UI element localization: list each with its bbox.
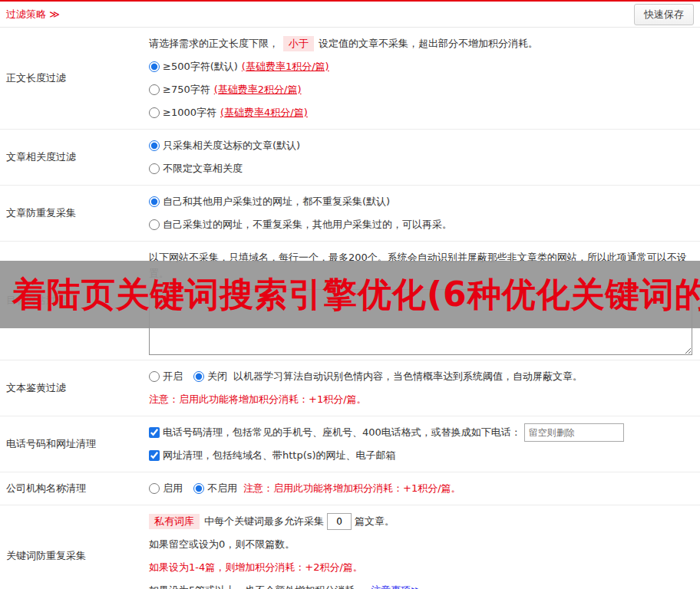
intro-post: 设定值的文章不采集，超出部分不增加积分消耗。	[319, 37, 538, 51]
porn-filter-label: 文本鉴黄过滤	[0, 360, 149, 416]
page-title: 过滤策略 ≫	[6, 8, 60, 21]
relevance-option-any: 不限定文章相关度	[149, 157, 692, 180]
porn-filter-content: 开启 关闭 以机器学习算法自动识别色情内容，当色情概率达到系统阈值，自动屏蔽文章…	[149, 360, 700, 416]
dedup-option-self: 自己采集过的网址，不重复采集，其他用户采集过的，可以再采。	[149, 213, 692, 236]
notice-link[interactable]: 注意事项≫	[371, 584, 421, 589]
relevance-option-any-label: 不限定文章相关度	[163, 162, 243, 176]
phone-url-cleanup-content: 电话号码清理，包括常见的手机号、座机号、400电话格式，或替换成如下电话： 网址…	[149, 416, 700, 472]
keyword-limit-note-five: 如果设为5篇或以上，也不会额外增加积分消耗。 注意事项≫	[149, 579, 692, 589]
keyword-limit-setting: 私有词库 中每个关键词最多允许采集 篇文章。	[149, 510, 692, 533]
url-cleanup-text: 网址清理，包括纯域名、带http(s)的网址、电子邮箱	[163, 449, 396, 462]
relevance-option-strict: 只采集相关度达标的文章(默认)	[149, 134, 692, 157]
dedup-option-all-label: 自己和其他用户采集过的网址，都不重复采集(默认)	[163, 195, 390, 209]
company-cleanup-options: 启用 不启用 注意：启用此功能将增加积分消耗：+1积分/篇。	[149, 477, 692, 500]
phone-cleanup-option: 电话号码清理，包括常见的手机号、座机号、400电话格式，或替换成如下电话：	[149, 421, 692, 444]
intro-highlight: 小于	[283, 36, 314, 51]
phone-cleanup-checkbox[interactable]	[149, 427, 160, 438]
keyword-limit-note-cost: 如果设为1-4篇，则增加积分消耗：+2积分/篇。	[149, 556, 692, 579]
length-option-1000: ≥1000字符 (基础费率4积分/篇)	[149, 101, 692, 124]
porn-off-label: 关闭	[207, 370, 227, 383]
relevance-option-strict-label: 只采集相关度达标的文章(默认)	[163, 139, 300, 153]
length-option-1000-label: ≥1000字符	[163, 106, 216, 120]
keyword-limit-label: 关键词防重复采集	[0, 505, 149, 589]
length-option-500-radio[interactable]	[149, 61, 160, 72]
company-cleanup-on-radio[interactable]	[149, 483, 160, 494]
filter-strategy-page: 过滤策略 ≫ 快速保存 正文长度过滤 请选择需求的正文长度下限， 小于 设定值的…	[0, 0, 700, 589]
phone-cleanup-text: 电话号码清理，包括常见的手机号、座机号、400电话格式，或替换成如下电话：	[163, 426, 521, 439]
company-cleanup-off-label: 不启用	[207, 482, 237, 495]
row-porn-filter: 文本鉴黄过滤 开启 关闭 以机器学习算法自动识别色情内容，当色情概率达到系统阈值…	[0, 360, 700, 416]
dedup-option-self-label: 自己采集过的网址，不重复采集，其他用户采集过的，可以再采。	[163, 218, 452, 232]
company-cleanup-content: 启用 不启用 注意：启用此功能将增加积分消耗：+1积分/篇。	[149, 472, 700, 505]
length-filter-intro: 请选择需求的正文长度下限， 小于 设定值的文章不采集，超出部分不增加积分消耗。	[149, 32, 692, 55]
phone-url-cleanup-label: 电话号码和网址清理	[0, 416, 149, 472]
company-cleanup-off-radio[interactable]	[193, 483, 204, 494]
porn-on-label: 开启	[163, 370, 183, 383]
dedup-option-self-radio[interactable]	[149, 219, 160, 230]
url-cleanup-option: 网址清理，包括纯域名、带http(s)的网址、电子邮箱	[149, 444, 692, 467]
row-company-cleanup: 公司机构名称清理 启用 不启用 注意：启用此功能将增加积分消耗：+1积分/篇。	[0, 472, 700, 505]
replacement-phone-input[interactable]	[524, 423, 624, 442]
length-option-750-fee-note: (基础费率2积分/篇)	[214, 83, 302, 97]
page-header: 过滤策略 ≫ 快速保存	[0, 2, 700, 28]
relevance-filter-content: 只采集相关度达标的文章(默认) 不限定文章相关度	[149, 130, 700, 185]
row-phone-url-cleanup: 电话号码和网址清理 电话号码清理，包括常见的手机号、座机号、400电话格式，或替…	[0, 416, 700, 472]
porn-filter-description: 以机器学习算法自动识别色情内容，当色情概率达到系统阈值，自动屏蔽文章。	[233, 370, 583, 383]
length-option-500-label: ≥500字符(默认)	[163, 60, 238, 74]
row-relevance-filter: 文章相关度过滤 只采集相关度达标的文章(默认) 不限定文章相关度	[0, 130, 700, 186]
keyword-limit-content: 私有词库 中每个关键词最多允许采集 篇文章。 如果留空或设为0，则不限篇数。 如…	[149, 505, 700, 589]
keyword-limit-mid-text: 中每个关键词最多允许采集	[204, 515, 324, 528]
keyword-limit-post-text: 篇文章。	[355, 515, 395, 528]
dedup-option-all: 自己和其他用户采集过的网址，都不重复采集(默认)	[149, 190, 692, 213]
watermark-text: 着陆页关键词搜索引擎优化(6种优化关键词的	[12, 272, 700, 318]
dedup-filter-label: 文章防重复采集	[0, 186, 149, 241]
length-option-750-radio[interactable]	[149, 84, 160, 95]
quick-save-button[interactable]: 快速保存	[634, 4, 694, 25]
porn-on-radio[interactable]	[149, 371, 160, 382]
watermark-overlay: 着陆页关键词搜索引擎优化(6种优化关键词的	[0, 261, 700, 328]
row-dedup-filter: 文章防重复采集 自己和其他用户采集过的网址，都不重复采集(默认) 自己采集过的网…	[0, 186, 700, 242]
company-cleanup-on-label: 启用	[163, 482, 183, 495]
keyword-limit-note-zero: 如果留空或设为0，则不限篇数。	[149, 533, 692, 556]
relevance-option-strict-radio[interactable]	[149, 140, 160, 151]
length-option-500: ≥500字符(默认) (基础费率1积分/篇)	[149, 55, 692, 78]
company-cleanup-cost-note: 注意：启用此功能将增加积分消耗：+1积分/篇。	[243, 482, 461, 495]
relevance-option-any-radio[interactable]	[149, 163, 160, 174]
row-keyword-limit: 关键词防重复采集 私有词库 中每个关键词最多允许采集 篇文章。 如果留空或设为0…	[0, 505, 700, 589]
dedup-option-all-radio[interactable]	[149, 196, 160, 207]
max-articles-input[interactable]	[327, 513, 352, 530]
length-option-1000-radio[interactable]	[149, 107, 160, 118]
url-cleanup-checkbox[interactable]	[149, 450, 160, 461]
porn-filter-cost-note: 注意：启用此功能将增加积分消耗：+1积分/篇。	[149, 388, 692, 411]
length-filter-label: 正文长度过滤	[0, 28, 149, 129]
row-length-filter: 正文长度过滤 请选择需求的正文长度下限， 小于 设定值的文章不采集，超出部分不增…	[0, 28, 700, 130]
porn-off-radio[interactable]	[193, 371, 204, 382]
porn-filter-options: 开启 关闭 以机器学习算法自动识别色情内容，当色情概率达到系统阈值，自动屏蔽文章…	[149, 365, 692, 388]
keyword-limit-five-text: 如果设为5篇或以上，也不会额外增加积分消耗。	[149, 584, 365, 589]
private-thesaurus-tag: 私有词库	[149, 514, 200, 529]
dedup-filter-content: 自己和其他用户采集过的网址，都不重复采集(默认) 自己采集过的网址，不重复采集，…	[149, 186, 700, 241]
relevance-filter-label: 文章相关度过滤	[0, 130, 149, 185]
company-cleanup-label: 公司机构名称清理	[0, 472, 149, 505]
length-filter-content: 请选择需求的正文长度下限， 小于 设定值的文章不采集，超出部分不增加积分消耗。 …	[149, 28, 700, 129]
length-option-750-label: ≥750字符	[163, 83, 210, 97]
length-option-1000-fee-note: (基础费率4积分/篇)	[220, 106, 308, 120]
intro-pre: 请选择需求的正文长度下限，	[149, 37, 279, 51]
length-option-750: ≥750字符 (基础费率2积分/篇)	[149, 78, 692, 101]
length-option-500-fee-note: (基础费率1积分/篇)	[242, 60, 329, 74]
